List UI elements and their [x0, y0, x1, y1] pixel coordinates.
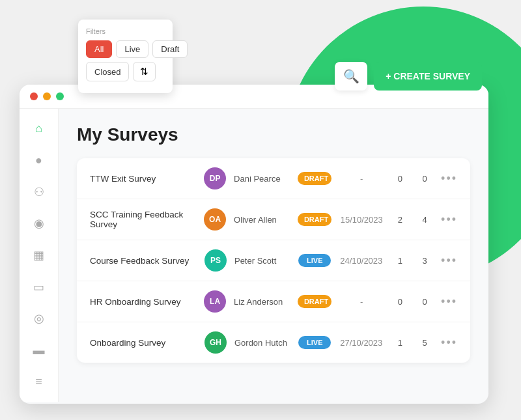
filter-sort-button[interactable]: ⇅ — [133, 62, 156, 81]
survey-row: Course Feedback Survey PS Peter Scott LI… — [77, 240, 470, 281]
main-window: ⌂ ● ⚇ ◉ ▦ ▭ ◎ ▬ ≡ My Surveys TTW Exit Su… — [20, 85, 488, 404]
status-badge: LIVE — [298, 336, 331, 349]
user-name: Peter Scott — [234, 256, 290, 266]
window-body: ⌂ ● ⚇ ◉ ▦ ▭ ◎ ▬ ≡ My Surveys TTW Exit Su… — [20, 109, 488, 402]
user-name: Dani Pearce — [234, 174, 290, 184]
date-col: 27/10/2023 — [339, 338, 384, 348]
survey-row: HR Onboarding Survey LA Liz Anderson DRA… — [77, 281, 470, 322]
more-button[interactable]: ••• — [441, 295, 457, 309]
avatar: DP — [204, 167, 226, 189]
survey-name: TTW Exit Survey — [90, 174, 196, 184]
titlebar-dot-yellow[interactable] — [43, 92, 51, 100]
survey-name: Onboarding Survey — [90, 338, 197, 348]
filters-popup: Filters All Live Draft Closed ⇅ — [78, 20, 173, 93]
more-button[interactable]: ••• — [441, 213, 457, 227]
create-survey-button[interactable]: + CREATE SURVEY — [374, 62, 482, 91]
num-col-1: 0 — [392, 297, 409, 307]
filters-title: Filters — [86, 27, 165, 35]
status-badge: DRAFT — [298, 213, 331, 226]
create-survey-label: + CREATE SURVEY — [386, 71, 470, 81]
sidebar-icon-document[interactable]: ≡ — [29, 372, 49, 391]
date-col: - — [339, 297, 384, 307]
filters-row-1: All Live Draft — [86, 40, 165, 58]
sidebar-icon-home[interactable]: ⌂ — [29, 119, 49, 138]
avatar: GH — [204, 331, 227, 354]
page-title: My Surveys — [77, 124, 470, 145]
more-button[interactable]: ••• — [441, 336, 457, 350]
user-name: Gordon Hutch — [234, 338, 290, 348]
search-box[interactable]: 🔍 — [335, 62, 367, 91]
date-col: 15/10/2023 — [339, 215, 384, 225]
sidebar: ⌂ ● ⚇ ◉ ▦ ▭ ◎ ▬ ≡ — [20, 109, 59, 402]
num-col-2: 5 — [416, 338, 433, 348]
status-badge: LIVE — [298, 254, 331, 267]
more-button[interactable]: ••• — [441, 172, 457, 186]
sidebar-icon-group[interactable]: ⚇ — [29, 182, 49, 201]
status-badge: DRAFT — [298, 295, 331, 308]
sidebar-icon-graduation[interactable]: ◉ — [29, 214, 49, 233]
sidebar-icon-globe[interactable]: ◎ — [29, 309, 49, 328]
titlebar-dot-green[interactable] — [56, 92, 64, 100]
num-col-2: 0 — [416, 297, 433, 307]
more-button[interactable]: ••• — [441, 254, 457, 268]
titlebar-dot-red[interactable] — [30, 92, 38, 100]
filter-live-button[interactable]: Live — [116, 40, 148, 58]
num-col-2: 3 — [416, 256, 433, 266]
survey-table: TTW Exit Survey DP Dani Pearce DRAFT - 0… — [77, 158, 470, 363]
num-col-2: 0 — [416, 174, 433, 184]
sidebar-icon-briefcase[interactable]: ▬ — [29, 341, 49, 360]
status-badge: DRAFT — [298, 172, 331, 185]
num-col-1: 1 — [391, 338, 408, 348]
num-col-1: 0 — [392, 174, 409, 184]
date-col: 24/10/2023 — [339, 256, 384, 266]
avatar: PS — [204, 249, 227, 272]
sidebar-icon-user[interactable]: ● — [29, 151, 49, 170]
survey-row: TTW Exit Survey DP Dani Pearce DRAFT - 0… — [77, 158, 470, 199]
survey-name: HR Onboarding Survey — [90, 297, 196, 307]
filter-draft-button[interactable]: Draft — [152, 40, 188, 58]
num-col-2: 4 — [416, 215, 433, 225]
survey-name: Course Feedback Survey — [90, 256, 197, 266]
num-col-1: 1 — [391, 256, 408, 266]
survey-name: SCC Training Feedback Survey — [90, 210, 196, 229]
sort-icon: ⇅ — [140, 66, 148, 77]
survey-row: Onboarding Survey GH Gordon Hutch LIVE 2… — [77, 322, 470, 363]
survey-row: SCC Training Feedback Survey OA Oliver A… — [77, 199, 470, 240]
num-col-1: 2 — [392, 215, 409, 225]
sidebar-icon-folder[interactable]: ▭ — [29, 277, 49, 296]
search-icon: 🔍 — [343, 68, 359, 84]
avatar: LA — [204, 290, 226, 313]
user-name: Oliver Allen — [234, 215, 290, 225]
filter-closed-button[interactable]: Closed — [86, 62, 129, 81]
filters-row-2: Closed ⇅ — [86, 62, 165, 81]
filter-all-button[interactable]: All — [86, 40, 112, 58]
user-name: Liz Anderson — [234, 297, 290, 307]
date-col: - — [339, 174, 384, 184]
main-content: My Surveys TTW Exit Survey DP Dani Pearc… — [59, 109, 488, 402]
avatar: OA — [204, 208, 226, 231]
sidebar-icon-calendar[interactable]: ▦ — [29, 246, 49, 265]
top-bar: 🔍 + CREATE SURVEY — [335, 62, 482, 91]
